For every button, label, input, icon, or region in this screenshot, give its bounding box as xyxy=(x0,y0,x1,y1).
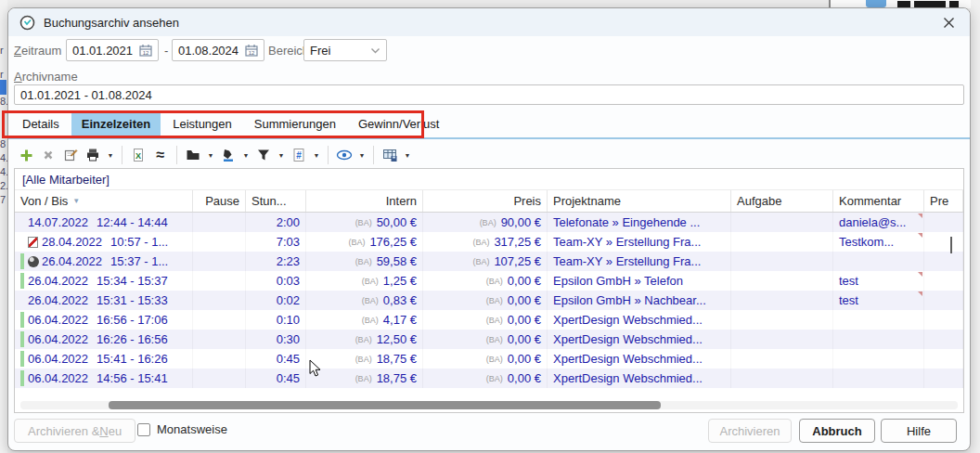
cell-stunden: 0:45 xyxy=(246,369,306,388)
table-row[interactable]: 26.04.202215:31 - 15:33 0:02 (BA)0,83 € … xyxy=(15,291,963,310)
print-dropdown-arrow[interactable]: ▼ xyxy=(105,152,116,159)
cell-aufgabe xyxy=(731,271,833,291)
numbering-button[interactable]: # xyxy=(289,145,309,165)
tab-summierungen[interactable]: Summierungen xyxy=(244,113,346,137)
cell-kommentar: test xyxy=(833,291,924,310)
fill-color-button[interactable] xyxy=(218,145,239,165)
table-body: 14.07.202212:44 - 14:44 2:00 (BA)50,00 €… xyxy=(15,213,963,388)
folder-button[interactable] xyxy=(183,145,203,165)
date-to-input[interactable]: 01.08.2024 12 xyxy=(172,39,264,61)
cell-intern: (BA)59,58 € xyxy=(306,252,423,271)
archive-and-new-button[interactable]: Archivieren & Neu xyxy=(14,419,135,443)
edit-button[interactable] xyxy=(60,145,81,165)
approximate-button[interactable]: ≈ xyxy=(150,145,171,165)
visibility-button[interactable] xyxy=(334,145,355,165)
cell-pause xyxy=(193,310,246,330)
cell-pause xyxy=(193,213,246,232)
bereich-dropdown[interactable]: Frei xyxy=(303,39,387,61)
calendar-icon[interactable]: 12 xyxy=(139,44,152,57)
cancel-button[interactable]: Abbruch xyxy=(799,419,875,443)
cell-aufgabe xyxy=(731,232,833,252)
filter-button[interactable] xyxy=(253,145,274,165)
svg-text:#: # xyxy=(296,150,302,161)
calendar-icon[interactable]: 12 xyxy=(245,44,258,57)
help-button[interactable]: Hilfe xyxy=(881,419,957,443)
cell-von-bis: 26.04.202215:34 - 15:37 xyxy=(15,271,193,291)
toolbar-separator xyxy=(373,146,374,164)
column-header-kommentar[interactable]: Kommentar xyxy=(833,190,924,212)
note-marker-icon xyxy=(918,233,922,238)
cell-von-bis: 06.04.202214:56 - 15:41 xyxy=(15,369,193,388)
toolbar-separator xyxy=(122,146,122,164)
note-marker-icon xyxy=(918,272,922,277)
add-button[interactable] xyxy=(16,145,36,165)
tab-gewinn-verlust[interactable]: Gewinn/Verlust xyxy=(348,113,449,137)
note-marker-icon xyxy=(918,291,922,296)
folder-dropdown-arrow[interactable]: ▼ xyxy=(205,152,216,159)
fill-color-dropdown-arrow[interactable]: ▼ xyxy=(240,152,251,159)
cell-stunden: 0:02 xyxy=(246,291,306,310)
clock-icon xyxy=(19,15,35,31)
cell-preis: (BA)0,00 € xyxy=(423,271,548,291)
cell-pause xyxy=(193,291,246,310)
cell-intern: (BA)1,25 € xyxy=(306,271,423,291)
table-save-button[interactable] xyxy=(380,145,400,165)
column-header-intern[interactable]: Intern xyxy=(306,190,423,212)
column-header-pause[interactable]: Pause xyxy=(193,190,246,212)
cell-pre xyxy=(924,213,963,232)
monatsweise-checkbox[interactable] xyxy=(137,423,150,436)
close-button[interactable] xyxy=(938,12,959,32)
table-save-dropdown-arrow[interactable]: ▼ xyxy=(402,152,413,159)
cell-projektname: XpertDesign Webschmied... xyxy=(548,310,731,330)
horizontal-scrollbar-thumb[interactable] xyxy=(109,401,661,409)
tab-einzelzeiten[interactable]: Einzelzeiten xyxy=(71,113,161,137)
column-header-stun-[interactable]: Stun... xyxy=(246,190,306,212)
table-row[interactable]: 14.07.202212:44 - 14:44 2:00 (BA)50,00 €… xyxy=(15,213,963,232)
cell-aufgabe xyxy=(731,369,833,388)
cell-von-bis: 06.04.202216:56 - 17:06 xyxy=(15,310,193,330)
cell-kommentar xyxy=(833,369,924,388)
cell-aufgabe xyxy=(731,330,833,349)
table-row[interactable]: 28.04.202210:57 - 1... 7:03 (BA)176,25 €… xyxy=(15,232,963,252)
cell-intern: (BA)0,83 € xyxy=(306,291,423,310)
delete-button[interactable] xyxy=(38,145,58,165)
background-window-left-sliver: rr8.84.4.2.7 xyxy=(0,0,7,453)
vertical-scrollbar-thumb[interactable] xyxy=(950,237,952,253)
cell-von-bis: 26.04.202215:37 - 1... xyxy=(15,252,193,271)
table-row[interactable]: 26.04.202215:37 - 1... 2:23 (BA)59,58 € … xyxy=(15,252,963,271)
horizontal-scrollbar[interactable] xyxy=(20,401,958,409)
folder-icon xyxy=(186,148,200,162)
excel-export-button[interactable]: X xyxy=(128,145,148,165)
cell-projektname: XpertDesign Webschmied... xyxy=(548,330,731,349)
tab-leistungen[interactable]: Leistungen xyxy=(162,113,242,137)
visibility-dropdown-arrow[interactable]: ▼ xyxy=(356,152,368,159)
delete-icon xyxy=(42,149,55,162)
numbering-dropdown-arrow[interactable]: ▼ xyxy=(311,152,322,159)
dialog-titlebar[interactable]: Buchungsarchiv ansehen xyxy=(8,8,970,36)
column-header-von-bis[interactable]: Von / Bis▼ xyxy=(15,190,193,212)
fill-color-icon xyxy=(221,148,236,162)
filter-dropdown-arrow[interactable]: ▼ xyxy=(276,152,287,159)
date-from-input[interactable]: 01.01.2021 12 xyxy=(66,39,159,61)
cell-kommentar xyxy=(833,349,924,369)
approximate-icon: ≈ xyxy=(157,148,165,162)
table-row[interactable]: 06.04.202216:56 - 17:06 0:10 (BA)4,17 € … xyxy=(15,310,963,330)
group-header[interactable]: [Alle Mitarbeiter] xyxy=(15,169,963,190)
tab-details[interactable]: Details xyxy=(12,113,70,137)
background-text-fragment xyxy=(949,1,959,7)
archivname-input[interactable]: 01.01.2021 - 01.08.2024 xyxy=(14,84,964,105)
column-header-projektname[interactable]: Projektname xyxy=(548,190,731,212)
table-row[interactable]: 06.04.202215:41 - 16:26 0:45 (BA)18,75 €… xyxy=(15,349,963,369)
table-row[interactable]: 26.04.202215:34 - 15:37 0:03 (BA)1,25 € … xyxy=(15,271,963,291)
table-header: Von / Bis▼PauseStun...InternPreisProjekt… xyxy=(15,190,963,213)
background-text-fragment: 8. xyxy=(0,96,7,107)
column-header-aufgabe[interactable]: Aufgabe xyxy=(731,190,833,212)
column-header-preis[interactable]: Preis xyxy=(423,190,548,212)
archive-button[interactable]: Archivieren xyxy=(708,419,792,443)
background-text-fragment: 7 xyxy=(0,194,7,205)
table-row[interactable]: 06.04.202216:26 - 16:56 0:30 (BA)12,50 €… xyxy=(15,330,963,349)
cell-pre xyxy=(924,271,963,291)
table-row[interactable]: 06.04.202214:56 - 15:41 0:45 (BA)18,75 €… xyxy=(15,369,963,388)
column-header-pre[interactable]: Pre xyxy=(924,190,963,212)
print-button[interactable] xyxy=(83,145,103,165)
